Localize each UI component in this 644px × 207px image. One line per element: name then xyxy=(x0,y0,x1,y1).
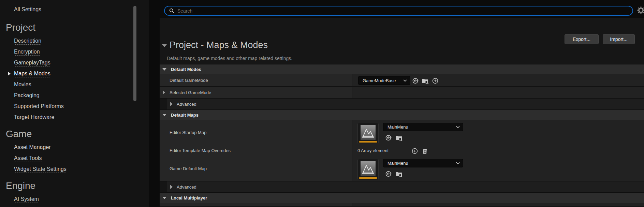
use-selected-asset-icon[interactable] xyxy=(385,170,392,177)
row-label: Editor Startup Map xyxy=(170,130,206,135)
sidebar-section-engine: Engine xyxy=(0,178,149,194)
project-settings-window: All SettingsProjectDescriptionEncryption… xyxy=(0,0,644,207)
page-subtitle: Default maps, game modes and other map r… xyxy=(167,56,292,61)
use-selected-asset-icon[interactable] xyxy=(412,77,419,84)
browse-to-asset-icon[interactable] xyxy=(422,77,429,84)
editor-startup-map-dropdown[interactable]: MainMenu xyxy=(383,123,463,131)
sidebar-item-label: Asset Manager xyxy=(14,144,51,150)
sidebar-item-label: Asset Tools xyxy=(14,155,42,161)
sidebar-scrollbar[interactable] xyxy=(133,6,136,101)
sidebar-item-label: AI System xyxy=(14,196,39,202)
indent-gutter xyxy=(160,99,167,109)
default-gamemode-dropdown[interactable]: GameModeBase xyxy=(358,76,410,85)
search-icon xyxy=(169,8,175,14)
setting-row-game-default-map: Game Default MapMainMenu xyxy=(160,156,644,181)
sidebar-section-game: Game xyxy=(0,126,149,142)
settings-rows: Default ModesDefault GameModeGameModeBas… xyxy=(160,64,644,206)
row-name-cell: Game Default Map xyxy=(160,156,352,181)
advanced-row[interactable]: Advanced xyxy=(160,99,644,110)
game-default-map-dropdown[interactable]: MainMenu xyxy=(383,159,463,167)
array-count-text: 0 Array element xyxy=(357,145,389,156)
sidebar-item-label: GameplayTags xyxy=(14,60,50,66)
asset-actions xyxy=(385,134,402,141)
sidebar-group: All Settings xyxy=(0,5,149,14)
sidebar-group-engine: EngineAI System xyxy=(0,178,149,205)
sidebar-item-label: Supported Platforms xyxy=(14,103,64,109)
export-button[interactable]: Export... xyxy=(565,34,599,44)
sidebar-item-label: Movies xyxy=(14,82,31,88)
expander-arrow-icon[interactable] xyxy=(170,185,173,189)
sidebar-item-supported-platforms[interactable]: Supported Platforms xyxy=(0,101,149,112)
sidebar-item-label: Target Hardware xyxy=(14,114,54,120)
row-label: Advanced xyxy=(177,102,196,107)
add-new-asset-icon[interactable] xyxy=(431,77,439,84)
map-thumbnail[interactable] xyxy=(357,123,379,144)
sidebar-section-project: Project xyxy=(0,20,149,35)
collapse-arrow-icon xyxy=(162,114,166,116)
map-accent-bar xyxy=(359,141,377,143)
sidebar-item-all-settings[interactable]: All Settings xyxy=(0,5,149,14)
section-header-local-multiplayer[interactable]: Local Multiplayer xyxy=(160,193,644,203)
section-header-default-modes[interactable]: Default Modes xyxy=(160,64,644,74)
setting-row-selected-gamemode: Selected GameMode xyxy=(160,87,644,99)
row-name-cell: Editor Startup Map xyxy=(160,120,352,145)
sidebar-item-encryption[interactable]: Encryption xyxy=(0,46,149,57)
settings-sidebar: All SettingsProjectDescriptionEncryption… xyxy=(0,0,149,207)
row-value-cell: GameModeBase xyxy=(352,74,644,86)
sidebar-item-label: Encryption xyxy=(14,49,40,55)
sidebar-item-label: Description xyxy=(14,38,41,44)
row-value-cell: MainMenu xyxy=(352,120,644,145)
row-name-cell: Selected GameMode xyxy=(160,87,352,98)
asset-actions xyxy=(412,77,439,84)
row-value-cell: MainMenu xyxy=(352,156,644,181)
browse-to-asset-icon[interactable] xyxy=(395,134,402,141)
map-thumbnail[interactable] xyxy=(357,159,379,180)
sidebar-item-gameplaytags[interactable]: GameplayTags xyxy=(0,57,149,68)
selected-item-marker-icon xyxy=(8,72,11,76)
array-actions xyxy=(411,147,428,154)
sidebar-group-game: GameAsset ManagerAsset ToolsWidget State… xyxy=(0,126,149,175)
dropdown-value: MainMenu xyxy=(387,161,456,166)
sidebar-item-label: Widget State Settings xyxy=(14,166,67,172)
sidebar-item-asset-tools[interactable]: Asset Tools xyxy=(0,153,149,164)
page-collapse-arrow-icon[interactable] xyxy=(162,44,167,47)
dropdown-value: MainMenu xyxy=(387,124,456,130)
row-name-cell: Editor Template Map Overrides xyxy=(160,145,352,156)
expander-arrow-icon[interactable] xyxy=(163,90,165,94)
setting-row-editor-template-map-overrides: Editor Template Map Overrides0 Array ele… xyxy=(160,145,644,156)
search-input[interactable] xyxy=(177,8,628,14)
section-label: Default Maps xyxy=(171,113,199,118)
add-array-element-icon[interactable] xyxy=(411,147,418,154)
section-header-default-maps[interactable]: Default Maps xyxy=(160,110,644,120)
map-accent-bar xyxy=(359,177,377,179)
sidebar-item-target-hardware[interactable]: Target Hardware xyxy=(0,112,149,123)
page-title: Project - Maps & Modes xyxy=(170,40,268,50)
asset-actions xyxy=(385,170,402,177)
row-name-cell: Default GameMode xyxy=(160,74,352,86)
import-button[interactable]: Import... xyxy=(603,34,635,44)
row-label: Game Default Map xyxy=(170,166,207,171)
sidebar-item-ai-system[interactable]: AI System xyxy=(0,194,149,205)
search-bar[interactable] xyxy=(164,6,633,16)
sidebar-nav: All SettingsProjectDescriptionEncryption… xyxy=(0,5,149,205)
sidebar-item-packaging[interactable]: Packaging xyxy=(0,90,149,101)
expander-arrow-icon[interactable] xyxy=(170,102,173,106)
settings-panel: Project - Maps & Modes Default maps, gam… xyxy=(160,18,644,207)
sidebar-item-description[interactable]: Description xyxy=(0,35,149,46)
row-label: Default GameMode xyxy=(170,78,208,83)
row-value-cell xyxy=(352,87,644,98)
indent-gutter xyxy=(160,181,167,192)
sidebar-item-label: Packaging xyxy=(14,92,40,99)
sidebar-item-widget-state-settings[interactable]: Widget State Settings xyxy=(0,164,149,175)
browse-to-asset-icon[interactable] xyxy=(395,170,402,177)
sidebar-item-movies[interactable]: Movies xyxy=(0,79,149,90)
sidebar-item-maps-modes[interactable]: Maps & Modes xyxy=(0,68,149,79)
setting-row-default-gamemode: Default GameModeGameModeBase xyxy=(160,74,644,87)
sidebar-group-project: ProjectDescriptionEncryptionGameplayTags… xyxy=(0,20,149,123)
empty-array-icon[interactable] xyxy=(421,147,428,154)
use-selected-asset-icon[interactable] xyxy=(385,134,392,141)
dropdown-value: GameModeBase xyxy=(363,78,403,83)
settings-gear-icon[interactable] xyxy=(637,6,644,14)
advanced-row[interactable]: Advanced xyxy=(160,181,644,193)
sidebar-item-asset-manager[interactable]: Asset Manager xyxy=(0,142,149,153)
